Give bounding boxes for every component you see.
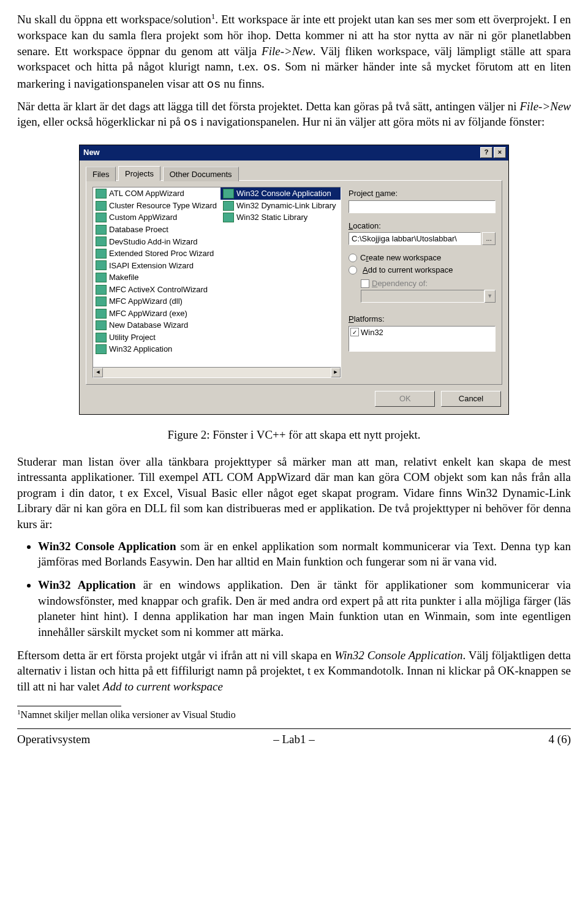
paragraph-3: Studerar man listan över alla tänkbara p… <box>17 454 571 532</box>
horizontal-scrollbar[interactable]: ◄ ► <box>93 367 341 377</box>
wizard-icon <box>96 189 107 198</box>
checkbox-icon[interactable] <box>361 279 369 288</box>
wizard-icon <box>96 213 107 222</box>
platforms-label: Platforms: <box>349 314 496 325</box>
list-item[interactable]: Utility Project <box>93 331 221 344</box>
wizard-icon <box>96 260 107 270</box>
tab-projects[interactable]: Projects <box>118 166 160 181</box>
paragraph-1: Nu skall du öppna ett workspace/solution… <box>17 11 571 93</box>
dialog-right-pane: Project name: Location: ... Create new w… <box>349 187 496 378</box>
project-name-label: Project name: <box>349 188 496 199</box>
scroll-right-icon[interactable]: ► <box>331 368 341 377</box>
wizard-icon <box>223 213 234 222</box>
close-icon[interactable]: × <box>494 147 506 158</box>
scroll-left-icon[interactable]: ◄ <box>93 368 103 377</box>
new-dialog: New ? × Files Projects Other Documents A… <box>79 145 509 415</box>
wizard-icon <box>96 236 107 246</box>
list-item[interactable]: DevStudio Add-in Wizard <box>93 236 221 248</box>
chevron-down-icon[interactable]: ▼ <box>484 290 496 303</box>
dependency-group: Dependency of: ▼ <box>361 278 496 303</box>
footnote: 1Namnet skiljer mellan olika versioner a… <box>17 708 571 722</box>
wizard-icon <box>96 201 107 211</box>
wizard-icon <box>96 320 107 330</box>
wizard-icon <box>96 285 107 295</box>
wizard-icon <box>96 333 107 342</box>
list-item[interactable]: Win32 Dynamic-Link Library <box>221 200 341 212</box>
wizard-icon <box>223 189 234 198</box>
dependency-dropdown <box>361 290 484 303</box>
wizard-icon <box>96 249 107 259</box>
project-name-input[interactable] <box>349 200 496 213</box>
wizard-icon <box>96 225 107 235</box>
list-item[interactable]: Makefile <box>93 271 221 284</box>
browse-button[interactable]: ... <box>482 232 496 245</box>
paragraph-2: När detta är klart är det dags att lägga… <box>17 99 571 131</box>
location-input[interactable] <box>349 232 481 245</box>
page-footer: Operativsystem – Lab1 – 4 (6) <box>17 731 571 747</box>
ok-button[interactable]: OK <box>375 391 435 407</box>
list-item[interactable]: ATL COM AppWizard <box>93 187 221 200</box>
footer-left: Operativsystem <box>17 731 202 747</box>
list-item: Win32 Console Application som är en enke… <box>38 539 571 570</box>
platform-item[interactable]: ✓ Win32 <box>350 327 494 338</box>
paragraph-4: Eftersom detta är ert första projekt utg… <box>17 648 571 695</box>
wizard-icon <box>96 309 107 319</box>
dialog-panel: ATL COM AppWizard Cluster Resource Type … <box>86 180 502 385</box>
wizard-icon <box>96 273 107 282</box>
list-item[interactable]: Extended Stored Proc Wizard <box>93 248 221 260</box>
radio-create-new[interactable]: Create new workspace <box>349 252 496 263</box>
list-item[interactable]: MFC AppWizard (dll) <box>93 295 221 308</box>
platforms-list[interactable]: ✓ Win32 <box>349 326 496 352</box>
project-type-list[interactable]: ATL COM AppWizard Cluster Resource Type … <box>92 187 341 378</box>
radio-icon <box>349 266 357 274</box>
list-item[interactable]: ISAPI Extension Wizard <box>93 260 221 272</box>
tab-files[interactable]: Files <box>86 167 116 182</box>
footnote-rule <box>17 706 121 706</box>
list-item[interactable]: MFC ActiveX ControlWizard <box>93 284 221 296</box>
wizard-icon <box>96 344 107 354</box>
titlebar: New ? × <box>80 145 508 161</box>
list-item[interactable]: Database Proect <box>93 224 221 236</box>
help-icon[interactable]: ? <box>480 147 492 158</box>
radio-add-current[interactable]: Add to current workspace <box>349 265 496 276</box>
figure-caption: Figure 2: Fönster i VC++ för att skapa e… <box>17 427 571 443</box>
list-item: Win32 Application är en windows applikat… <box>38 577 571 640</box>
wizard-icon <box>223 201 234 211</box>
bullet-list: Win32 Console Application som är en enke… <box>17 539 571 640</box>
wizard-icon <box>96 297 107 306</box>
dialog-title: New <box>83 147 479 158</box>
dialog-button-row: OK Cancel <box>80 391 508 414</box>
footer-right: 4 (6) <box>386 731 571 747</box>
footer-center: – Lab1 – <box>202 731 386 747</box>
page-rule <box>17 728 571 729</box>
list-item[interactable]: Cluster Resource Type Wizard <box>93 200 221 212</box>
list-item[interactable]: Win32 Static Library <box>221 211 341 224</box>
location-label: Location: <box>349 221 496 232</box>
list-item[interactable]: Win32 Application <box>93 343 221 355</box>
checkbox-checked-icon: ✓ <box>350 328 359 336</box>
list-item-selected[interactable]: Win32 Console Application <box>221 187 341 200</box>
list-item[interactable]: MFC AppWizard (exe) <box>93 308 221 320</box>
tab-other-documents[interactable]: Other Documents <box>163 167 239 182</box>
figure-2: New ? × Files Projects Other Documents A… <box>17 145 571 443</box>
cancel-button[interactable]: Cancel <box>441 391 501 407</box>
list-item[interactable]: New Database Wizard <box>93 319 221 331</box>
list-item[interactable]: Custom AppWizard <box>93 211 221 224</box>
radio-icon <box>349 254 357 262</box>
tab-strip: Files Projects Other Documents <box>80 161 508 181</box>
